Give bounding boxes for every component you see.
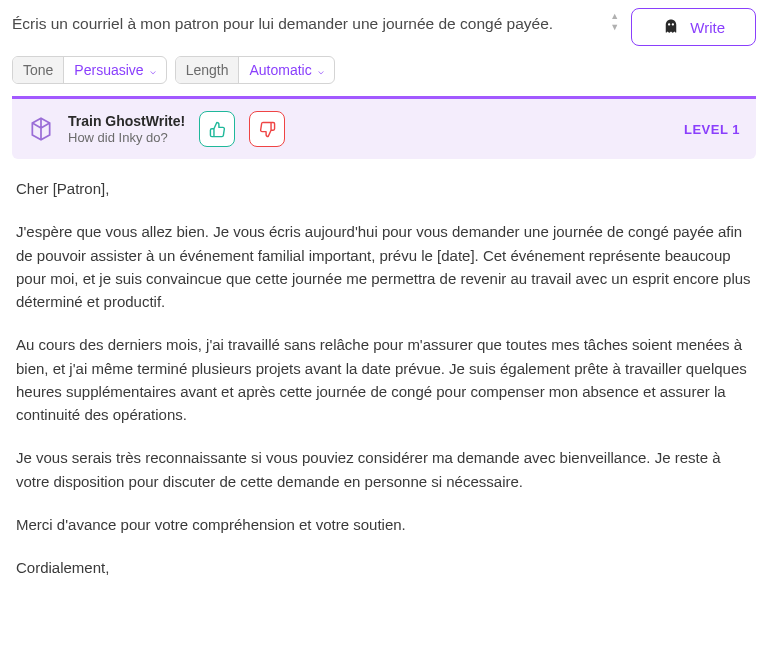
length-label: Length bbox=[176, 57, 240, 83]
thumbs-up-icon bbox=[209, 121, 226, 138]
write-button[interactable]: Write bbox=[631, 8, 756, 46]
feedback-bar: Train GhostWrite! How did Inky do? LEVEL… bbox=[12, 96, 756, 159]
scroll-hint: ▲▼ bbox=[610, 12, 619, 32]
prompt-text[interactable]: Écris un courriel à mon patron pour lui … bbox=[12, 8, 604, 39]
ghost-icon bbox=[662, 18, 680, 36]
length-value[interactable]: Automatic ⌵ bbox=[239, 57, 333, 83]
level-badge: LEVEL 1 bbox=[684, 122, 740, 137]
write-button-label: Write bbox=[690, 19, 725, 36]
email-closing: Cordialement, bbox=[16, 556, 752, 579]
thumbs-down-icon bbox=[259, 121, 276, 138]
email-paragraph: Merci d'avance pour votre compréhension … bbox=[16, 513, 752, 536]
email-output[interactable]: Cher [Patron], J'espère que vous allez b… bbox=[12, 177, 756, 579]
cube-icon bbox=[28, 116, 54, 142]
thumbs-up-button[interactable] bbox=[199, 111, 235, 147]
email-paragraph: Au cours des derniers mois, j'ai travail… bbox=[16, 333, 752, 426]
chevron-down-icon: ⌵ bbox=[150, 65, 156, 76]
tone-value[interactable]: Persuasive ⌵ bbox=[64, 57, 165, 83]
feedback-subtitle: How did Inky do? bbox=[68, 130, 185, 145]
email-paragraph: Je vous serais très reconnaissante si vo… bbox=[16, 446, 752, 493]
tone-label: Tone bbox=[13, 57, 64, 83]
email-paragraph: J'espère que vous allez bien. Je vous éc… bbox=[16, 220, 752, 313]
feedback-title: Train GhostWrite! bbox=[68, 113, 185, 129]
email-greeting: Cher [Patron], bbox=[16, 177, 752, 200]
thumbs-down-button[interactable] bbox=[249, 111, 285, 147]
prompt-input-area[interactable]: Écris un courriel à mon patron pour lui … bbox=[12, 8, 619, 39]
length-selector[interactable]: Length Automatic ⌵ bbox=[175, 56, 335, 84]
chevron-down-icon: ⌵ bbox=[318, 65, 324, 76]
tone-selector[interactable]: Tone Persuasive ⌵ bbox=[12, 56, 167, 84]
